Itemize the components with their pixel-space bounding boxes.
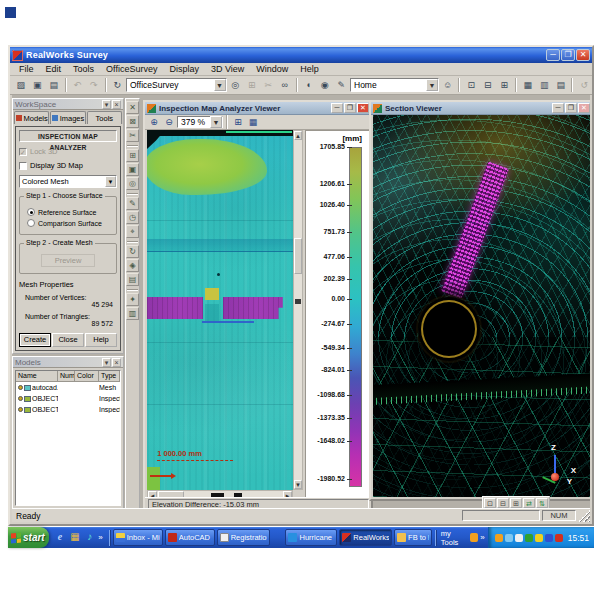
refresh-icon[interactable]: ↻	[110, 78, 126, 93]
taskbar-task-autocad[interactable]: AutoCAD 2002	[165, 529, 215, 546]
close-button[interactable]: Close	[52, 333, 84, 347]
media-player-icon[interactable]: ♪	[83, 531, 96, 544]
tool-icon[interactable]	[470, 533, 478, 542]
maximize-button[interactable]: ❐	[344, 103, 356, 113]
zoom-level-combo[interactable]: 379 % ▼	[177, 116, 223, 128]
target-icon[interactable]: ◎	[228, 78, 244, 93]
tray-icon[interactable]	[525, 534, 533, 542]
taskbar-task-realworks[interactable]: RealWorks Survey	[339, 529, 392, 546]
cut-plane-tool-icon[interactable]: ✂	[126, 129, 139, 142]
minimize-button[interactable]: ─	[331, 103, 343, 113]
zoom-out-icon[interactable]: ⊖	[162, 116, 176, 129]
map-viewer-titlebar[interactable]: Inspection Map Analyzer Viewer ─ ❐ ✕	[145, 102, 371, 115]
maximize-button[interactable]: ❐	[565, 103, 577, 113]
close-button[interactable]: ✕	[357, 103, 369, 113]
column-name[interactable]: Name	[16, 371, 58, 381]
table-row[interactable]: autocad... Mesh	[16, 382, 120, 393]
column-type[interactable]: Type	[99, 371, 120, 381]
create-button[interactable]: Create	[19, 333, 51, 347]
tab-tools[interactable]: Tools	[87, 111, 122, 124]
link-icon[interactable]: ∞	[277, 78, 293, 93]
chevron-down-icon[interactable]: ▼	[426, 79, 438, 91]
tray-icon[interactable]	[535, 534, 543, 542]
print-icon[interactable]: ▤	[46, 78, 62, 93]
pen-icon[interactable]: ✎	[334, 78, 350, 93]
target-tool-icon[interactable]: ◎	[126, 177, 139, 190]
tray-icon[interactable]	[515, 534, 523, 542]
column-num[interactable]: Num...	[58, 371, 75, 381]
overflow-chevrons[interactable]: »	[480, 533, 484, 542]
pin-icon[interactable]: ▾	[102, 358, 111, 367]
taskbar-task-hurricane[interactable]: Hurricane - Micro...	[285, 529, 337, 546]
comparison-surface-radio[interactable]	[27, 219, 35, 227]
sample-tool-icon[interactable]: ◈	[126, 259, 139, 272]
lock-3d-checkbox[interactable]: ✓	[19, 148, 27, 156]
fit-page-icon[interactable]: ⊞	[231, 116, 245, 129]
menu-officesurvey[interactable]: OfficeSurvey	[100, 64, 163, 74]
scroll-up-icon[interactable]: ▲	[294, 131, 302, 140]
section-viewer-titlebar[interactable]: Section Viewer ─ ❐ ✕	[371, 102, 590, 115]
scrollbar-thumb[interactable]	[294, 238, 302, 274]
close-icon[interactable]: ×	[112, 358, 121, 367]
history-tool-icon[interactable]: ◷	[126, 211, 139, 224]
menu-file[interactable]: File	[13, 64, 40, 74]
preview-button[interactable]: Preview	[41, 254, 95, 267]
tray-icon[interactable]	[505, 534, 513, 542]
visibility-icon[interactable]	[18, 396, 23, 401]
reference-surface-radio[interactable]	[27, 208, 35, 216]
columns-icon[interactable]: ▥	[536, 78, 552, 93]
resize-grip[interactable]	[578, 510, 590, 522]
maximize-button[interactable]: ❐	[561, 49, 575, 61]
internet-explorer-icon[interactable]: e	[53, 531, 66, 544]
menu-3dview[interactable]: 3D View	[205, 64, 250, 74]
save-icon[interactable]: ▣	[30, 78, 46, 93]
launcher-icon[interactable]: ▦	[68, 531, 81, 544]
rotate-icon[interactable]: ↺	[576, 78, 592, 93]
close-button[interactable]: ✕	[578, 103, 590, 113]
swap-vertical-icon[interactable]: ⇅	[536, 498, 548, 508]
split-vertical-icon[interactable]: ⊞	[510, 498, 522, 508]
display-3d-checkbox[interactable]	[19, 162, 27, 170]
mesh-type-select[interactable]: Colored Mesh ▼	[19, 175, 117, 188]
minimize-button[interactable]: ─	[552, 103, 564, 113]
tray-icon[interactable]	[545, 534, 553, 542]
my-tools-toolbar[interactable]: my Tools »	[438, 529, 488, 547]
column-color[interactable]: Color	[75, 371, 99, 381]
undo-icon[interactable]: ↶	[70, 78, 86, 93]
table-row[interactable]: OBJECT... Inspectio...	[16, 393, 120, 404]
grid-icon[interactable]: ▦	[520, 78, 536, 93]
menu-display[interactable]: Display	[163, 64, 205, 74]
menu-edit[interactable]: Edit	[40, 64, 68, 74]
inspection-map[interactable]: 1 000.00 mm	[147, 130, 293, 490]
grid-icon[interactable]: ▦	[246, 116, 260, 129]
swap-horizontal-icon[interactable]: ⇄	[523, 498, 535, 508]
layers-tool-icon[interactable]: ▤	[126, 273, 139, 286]
tray-icon[interactable]	[555, 534, 563, 542]
home-combo[interactable]: Home ▼	[350, 78, 439, 92]
scroll-down-icon[interactable]: ▼	[294, 480, 302, 489]
tab-images[interactable]: Images	[50, 111, 85, 124]
taskbar-task-inbox[interactable]: Inbox - Microsof...	[113, 529, 163, 546]
taskbar-task-registration[interactable]: Registration Rep...	[217, 529, 271, 546]
highlight-tool-icon[interactable]: ✦	[126, 293, 139, 306]
rotate-tool-icon[interactable]: ↻	[126, 245, 139, 258]
fit-view-icon[interactable]: ⊞	[244, 78, 260, 93]
models-panel-titlebar[interactable]: Models ▾ ×	[13, 357, 123, 368]
tile-horizontal-icon[interactable]: ⊟	[480, 78, 496, 93]
menu-tools[interactable]: Tools	[67, 64, 100, 74]
user-icon[interactable]: ☺	[440, 78, 456, 93]
app-titlebar[interactable]: RealWorks Survey ─ ❐ ✕	[10, 47, 592, 63]
help-button[interactable]: Help	[85, 333, 117, 347]
survey-mode-combo[interactable]: OfficeSurvey ▼	[126, 78, 227, 92]
cut-icon[interactable]: ✂	[261, 78, 277, 93]
pin-icon[interactable]: ▾	[102, 100, 111, 109]
table-tool-icon[interactable]: ▥	[126, 307, 139, 320]
rows-icon[interactable]: ▤	[553, 78, 569, 93]
close-button[interactable]: ✕	[576, 49, 590, 61]
visibility-icon[interactable]	[18, 407, 23, 412]
vertical-scrollbar[interactable]: ▲ ▼	[293, 130, 303, 490]
workspace-panel-titlebar[interactable]: WorkSpace ▾ ×	[13, 99, 123, 110]
tile-vertical-icon[interactable]: ⊞	[496, 78, 512, 93]
menu-help[interactable]: Help	[294, 64, 325, 74]
mesh-tool-icon[interactable]: ▣	[126, 163, 139, 176]
